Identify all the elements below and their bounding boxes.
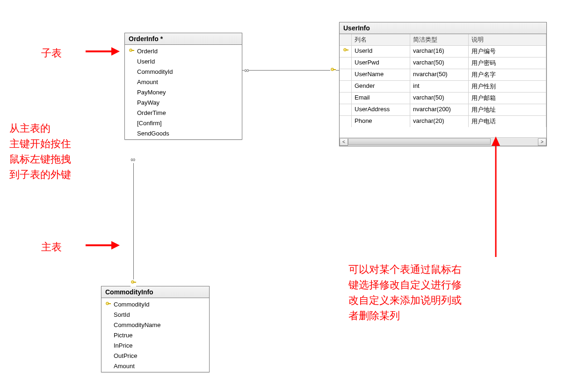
cell-column-name: UserName bbox=[352, 69, 410, 80]
table-orderinfo[interactable]: OrderInfo * OrderIdUserIdCommodityIdAmou… bbox=[124, 33, 242, 140]
svg-marker-5 bbox=[492, 136, 500, 146]
cell-data-type: nvarchar(200) bbox=[410, 104, 469, 115]
horizontal-scrollbar[interactable]: < > bbox=[340, 137, 546, 146]
table-row[interactable]: UserNamenvarchar(50)用户名字 bbox=[340, 69, 546, 81]
scroll-track[interactable] bbox=[348, 138, 538, 146]
field-row[interactable]: CommodityName bbox=[102, 320, 209, 330]
cell-data-type: nvarchar(50) bbox=[410, 69, 469, 80]
field-row[interactable]: OutPrice bbox=[102, 350, 209, 361]
cell-description: 用户密码 bbox=[469, 57, 546, 69]
table-row[interactable]: UserAddressnvarchar(200)用户地址 bbox=[340, 104, 546, 116]
cell-data-type: varchar(16) bbox=[410, 46, 469, 57]
primary-key-icon bbox=[340, 93, 352, 104]
cell-column-name: Gender bbox=[352, 81, 410, 92]
field-name: Amount bbox=[113, 363, 206, 370]
field-name: [Confirm] bbox=[136, 120, 239, 127]
cell-column-name: Email bbox=[352, 93, 410, 104]
arrow-icon bbox=[486, 135, 505, 262]
header-col-name[interactable]: 列名 bbox=[352, 34, 410, 45]
annotation-child-table: 子表 bbox=[41, 45, 62, 61]
primary-key-icon bbox=[340, 46, 352, 57]
table-title[interactable]: CommodityInfo bbox=[102, 286, 209, 298]
field-name: SendGoods bbox=[136, 130, 239, 137]
field-row[interactable]: Amount bbox=[102, 361, 209, 371]
primary-key-icon bbox=[340, 104, 352, 115]
svg-marker-1 bbox=[111, 47, 120, 56]
field-name: CommodityId bbox=[136, 68, 239, 75]
table-row[interactable]: Genderint用户性别 bbox=[340, 81, 546, 93]
cell-data-type: int bbox=[410, 81, 469, 92]
field-name: OrderTime bbox=[136, 109, 239, 116]
header-key-col bbox=[340, 34, 352, 45]
table-row[interactable]: UserPwdvarchar(50)用户密码 bbox=[340, 57, 546, 69]
field-name: CommodityName bbox=[113, 321, 206, 328]
field-name: OutPrice bbox=[113, 352, 206, 359]
field-row[interactable]: [Confirm] bbox=[125, 118, 242, 128]
blank-row bbox=[340, 127, 546, 137]
field-name: PayWay bbox=[136, 99, 239, 106]
relationship-line-order-user[interactable] bbox=[242, 70, 339, 71]
table-title[interactable]: OrderInfo * bbox=[125, 33, 242, 45]
table-body: UserIdvarchar(16)用户编号UserPwdvarchar(50)用… bbox=[340, 46, 546, 127]
field-name: OrderId bbox=[136, 48, 239, 55]
field-list: CommodityIdSortIdCommodityNamePictrueInP… bbox=[102, 298, 209, 372]
field-row[interactable]: SendGoods bbox=[125, 128, 242, 138]
cell-column-name: UserId bbox=[352, 46, 410, 57]
cell-column-name: Phone bbox=[352, 116, 410, 127]
field-name: Pictrue bbox=[113, 332, 206, 339]
cell-description: 用户名字 bbox=[469, 69, 546, 80]
field-list: OrderIdUserIdCommodityIdAmountPayMoneyPa… bbox=[125, 45, 242, 139]
table-title[interactable]: UserInfo bbox=[340, 22, 546, 34]
field-row[interactable]: CommodityId bbox=[102, 299, 209, 309]
field-name: SortId bbox=[113, 311, 206, 318]
field-row[interactable]: PayMoney bbox=[125, 87, 242, 97]
table-row[interactable]: Phonevarchar(20)用户电话 bbox=[340, 116, 546, 127]
field-row[interactable]: PayWay bbox=[125, 97, 242, 107]
primary-key-icon bbox=[340, 69, 352, 80]
annotation-right-click-hint: 可以对某个表通过鼠标右 键选择修改自定义进行修 改自定义来添加说明列或 者删除某… bbox=[348, 262, 462, 323]
scroll-thumb[interactable] bbox=[348, 138, 491, 145]
relationship-endpoint-infinity-icon: ∞ bbox=[130, 156, 135, 163]
table-commodityinfo[interactable]: CommodityInfo CommodityIdSortIdCommodity… bbox=[101, 286, 210, 372]
relationship-endpoint-key-icon bbox=[130, 279, 136, 286]
svg-marker-3 bbox=[111, 241, 120, 249]
relationship-endpoint-infinity-icon: ∞ bbox=[244, 66, 249, 74]
arrow-icon bbox=[83, 238, 121, 252]
annotation-drag-hint: 从主表的 主键开始按住 鼠标左键拖拽 到子表的外键 bbox=[9, 121, 71, 182]
cell-data-type: varchar(20) bbox=[410, 116, 469, 127]
field-row[interactable]: Pictrue bbox=[102, 330, 209, 340]
table-row[interactable]: Emailvarchar(50)用户邮箱 bbox=[340, 93, 546, 104]
field-name: PayMoney bbox=[136, 89, 239, 96]
arrow-icon bbox=[83, 44, 121, 58]
primary-key-icon bbox=[103, 301, 113, 308]
scroll-right-button[interactable]: > bbox=[538, 138, 546, 146]
cell-description: 用户地址 bbox=[469, 104, 546, 115]
cell-description: 用户编号 bbox=[469, 46, 546, 57]
cell-description: 用户邮箱 bbox=[469, 93, 546, 104]
primary-key-icon bbox=[340, 57, 352, 69]
primary-key-icon bbox=[340, 81, 352, 92]
field-row[interactable]: OrderId bbox=[125, 46, 242, 56]
field-row[interactable]: SortId bbox=[102, 309, 209, 320]
relationship-line-order-commodity[interactable] bbox=[133, 156, 134, 286]
field-name: Amount bbox=[136, 78, 239, 86]
header-col-desc[interactable]: 说明 bbox=[469, 34, 546, 45]
primary-key-icon bbox=[127, 48, 136, 55]
field-name: UserId bbox=[136, 58, 239, 65]
header-col-type[interactable]: 简洁类型 bbox=[410, 34, 469, 45]
annotation-main-table: 主表 bbox=[41, 239, 62, 255]
field-row[interactable]: CommodityId bbox=[125, 66, 242, 77]
field-row[interactable]: InPrice bbox=[102, 340, 209, 350]
cell-column-name: UserAddress bbox=[352, 104, 410, 115]
cell-description: 用户性别 bbox=[469, 81, 546, 92]
cell-data-type: varchar(50) bbox=[410, 93, 469, 104]
field-row[interactable]: OrderTime bbox=[125, 107, 242, 118]
cell-data-type: varchar(50) bbox=[410, 57, 469, 69]
field-row[interactable]: UserId bbox=[125, 56, 242, 66]
scroll-left-button[interactable]: < bbox=[340, 138, 348, 146]
table-row[interactable]: UserIdvarchar(16)用户编号 bbox=[340, 46, 546, 57]
primary-key-icon bbox=[340, 116, 352, 127]
table-userinfo[interactable]: UserInfo 列名 简洁类型 说明 UserIdvarchar(16)用户编… bbox=[339, 22, 547, 146]
field-row[interactable]: Amount bbox=[125, 77, 242, 87]
field-name: CommodityId bbox=[113, 301, 206, 308]
